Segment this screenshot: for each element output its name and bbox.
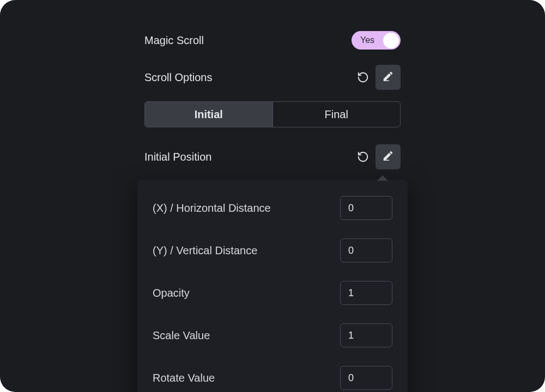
tab-group: Initial Final bbox=[144, 101, 401, 127]
rotate-input[interactable] bbox=[340, 366, 392, 390]
tab-final[interactable]: Final bbox=[272, 102, 401, 127]
scale-input[interactable] bbox=[340, 323, 392, 347]
x-distance-row: (X) / Horizontal Distance bbox=[153, 196, 392, 220]
initial-position-actions bbox=[357, 144, 401, 169]
initial-position-label: Initial Position bbox=[144, 151, 211, 163]
opacity-input[interactable] bbox=[340, 281, 392, 305]
edit-button[interactable] bbox=[376, 144, 401, 169]
magic-scroll-toggle-text: Yes bbox=[354, 36, 374, 45]
scroll-options-actions bbox=[357, 65, 401, 90]
rotate-row: Rotate Value bbox=[153, 366, 392, 390]
y-distance-row: (Y) / Vertical Distance bbox=[153, 238, 392, 262]
opacity-label: Opacity bbox=[153, 287, 190, 299]
y-distance-input[interactable] bbox=[340, 238, 392, 262]
scroll-options-row: Scroll Options bbox=[144, 64, 401, 90]
y-distance-label: (Y) / Vertical Distance bbox=[153, 244, 257, 257]
x-distance-input[interactable] bbox=[340, 196, 392, 220]
magic-scroll-label: Magic Scroll bbox=[144, 34, 204, 47]
settings-panel-frame: Magic Scroll Yes Scroll Options bbox=[0, 0, 545, 392]
svg-rect-0 bbox=[384, 81, 389, 81]
edit-button[interactable] bbox=[376, 65, 401, 90]
initial-position-row: Initial Position bbox=[144, 144, 401, 170]
svg-rect-1 bbox=[384, 160, 389, 161]
settings-panel: Magic Scroll Yes Scroll Options bbox=[144, 27, 401, 392]
initial-position-panel: (X) / Horizontal Distance (Y) / Vertical… bbox=[137, 180, 408, 392]
scale-row: Scale Value bbox=[153, 323, 392, 347]
opacity-row: Opacity bbox=[153, 281, 392, 305]
rotate-label: Rotate Value bbox=[153, 372, 215, 384]
tab-initial[interactable]: Initial bbox=[145, 102, 272, 127]
toggle-knob-icon bbox=[383, 33, 399, 48]
pencil-icon bbox=[382, 150, 394, 164]
magic-scroll-row: Magic Scroll Yes bbox=[144, 27, 401, 53]
scroll-options-label: Scroll Options bbox=[144, 71, 213, 84]
reset-icon[interactable] bbox=[357, 151, 369, 163]
tab-final-label: Final bbox=[325, 108, 348, 121]
scale-label: Scale Value bbox=[153, 329, 210, 342]
magic-scroll-toggle[interactable]: Yes bbox=[352, 31, 401, 50]
reset-icon[interactable] bbox=[357, 71, 369, 83]
pencil-icon bbox=[382, 70, 394, 84]
x-distance-label: (X) / Horizontal Distance bbox=[153, 202, 271, 215]
tab-initial-label: Initial bbox=[195, 108, 223, 121]
